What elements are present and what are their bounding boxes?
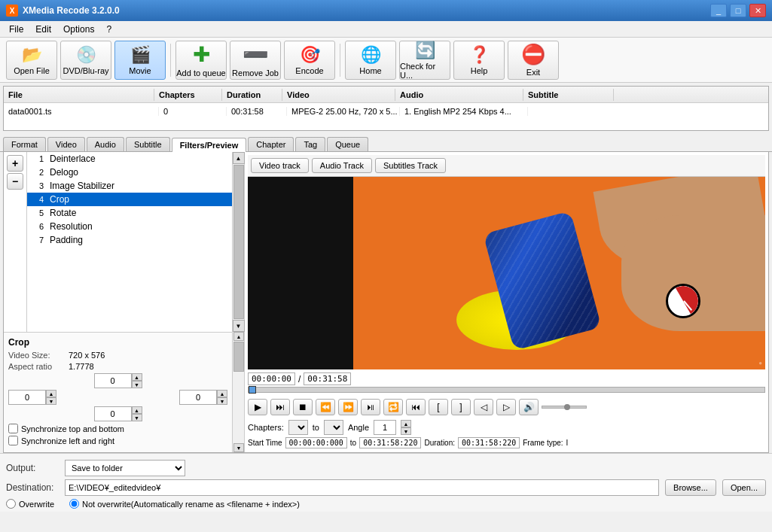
- loop-button[interactable]: 🔁: [383, 399, 403, 415]
- top-spin-down[interactable]: ▼: [132, 381, 142, 388]
- app-title: XMedia Recode 3.2.0.0: [23, 5, 120, 16]
- overwrite-radio[interactable]: [6, 499, 16, 509]
- menu-options[interactable]: Options: [57, 23, 100, 36]
- prop-scroll-thumb[interactable]: [233, 342, 244, 372]
- tab-format[interactable]: Format: [3, 137, 46, 151]
- filter-item-rotate[interactable]: 5 Rotate: [27, 206, 232, 220]
- filter-item-deinterlace[interactable]: 1 Deinterlace: [27, 152, 232, 166]
- add-filter-button[interactable]: +: [7, 155, 23, 172]
- tab-video[interactable]: Video: [47, 137, 85, 151]
- filter-scrollbar[interactable]: ▲ ▼: [232, 152, 244, 332]
- dvd-bluray-button[interactable]: 💿 DVD/Blu-ray: [60, 41, 111, 80]
- chapter-to-select[interactable]: [324, 420, 343, 435]
- go-to-start[interactable]: ⏮: [406, 399, 426, 415]
- prev-marker[interactable]: ◁: [474, 399, 493, 415]
- menu-file[interactable]: File: [3, 23, 29, 36]
- next-marker[interactable]: ▷: [496, 399, 516, 415]
- window-controls: _ □ ✕: [710, 4, 766, 17]
- tab-filters-preview[interactable]: Filters/Preview: [172, 138, 247, 152]
- right-input[interactable]: [179, 390, 217, 405]
- prop-scroll-down[interactable]: ▼: [233, 443, 244, 452]
- home-label: Home: [359, 66, 381, 75]
- scroll-down-arrow[interactable]: ▼: [233, 320, 245, 332]
- filter-item-delogo[interactable]: 2 Delogo: [27, 166, 232, 179]
- destination-input[interactable]: [65, 479, 659, 496]
- check-updates-button[interactable]: 🔄 Check for U...: [399, 41, 450, 80]
- track-buttons-row: Video track Audio Track Subtitles Track: [248, 155, 765, 177]
- cell-filename: data0001.ts: [8, 107, 159, 116]
- progress-bar[interactable]: [248, 387, 765, 393]
- bottom-spin-down[interactable]: ▼: [132, 414, 142, 421]
- bottom-spin-up[interactable]: ▲: [132, 406, 142, 414]
- add-queue-button[interactable]: ✚ Add to queue: [175, 41, 227, 80]
- frame-type-label: Frame type:: [523, 439, 563, 447]
- menu-help[interactable]: ?: [100, 23, 117, 36]
- mark-out[interactable]: ]: [451, 399, 471, 415]
- stop-button[interactable]: ⏹: [293, 399, 313, 415]
- exit-button[interactable]: ⛔ Exit: [508, 41, 559, 80]
- filter-item-crop[interactable]: 4 Crop: [27, 193, 232, 206]
- filter-num-2: 2: [32, 168, 44, 177]
- file-row[interactable]: data0001.ts 0 00:31:58 MPEG-2 25.00 Hz, …: [4, 103, 768, 120]
- total-time-display: 00:31:58: [304, 372, 351, 385]
- minimize-button[interactable]: _: [710, 4, 727, 17]
- angle-spin-down[interactable]: ▼: [401, 427, 411, 435]
- maximize-button[interactable]: □: [730, 4, 746, 17]
- tab-audio[interactable]: Audio: [87, 137, 124, 151]
- tab-subtitle[interactable]: Subtitle: [126, 137, 170, 151]
- left-spin-up[interactable]: ▲: [46, 390, 56, 397]
- frame-step-forward[interactable]: ⏯: [361, 399, 380, 415]
- play-button[interactable]: ▶: [248, 399, 267, 415]
- not-overwrite-radio[interactable]: [69, 499, 79, 509]
- progress-area: 00:00:00 / 00:31:58: [248, 372, 765, 393]
- volume-button[interactable]: 🔊: [519, 399, 539, 415]
- audio-track-button[interactable]: Audio Track: [312, 158, 372, 173]
- timer-red-segment: [676, 284, 700, 314]
- chapter-from-select[interactable]: [288, 420, 308, 435]
- filter-item-padding[interactable]: 7 Padding: [27, 233, 232, 247]
- top-input[interactable]: [94, 373, 132, 388]
- chapters-to-label: to: [313, 423, 319, 432]
- close-button[interactable]: ✕: [749, 4, 766, 17]
- output-select[interactable]: Save to folder: [65, 460, 185, 476]
- volume-thumb[interactable]: [564, 404, 570, 410]
- filter-item-resolution[interactable]: 6 Resolution: [27, 220, 232, 233]
- next-frame-button[interactable]: ⏭: [270, 399, 290, 415]
- help-button[interactable]: ❓ Help: [453, 41, 505, 80]
- scroll-up-arrow[interactable]: ▲: [233, 152, 245, 164]
- home-button[interactable]: 🌐 Home: [345, 41, 396, 80]
- right-spin-down[interactable]: ▼: [217, 397, 227, 405]
- sync-left-right-checkbox[interactable]: [8, 436, 18, 445]
- open-file-button[interactable]: 📂 Open File: [6, 41, 57, 80]
- right-spin-up[interactable]: ▲: [217, 390, 227, 397]
- movie-button[interactable]: 🎬 Movie: [114, 41, 166, 80]
- volume-slider[interactable]: [542, 406, 587, 409]
- menu-edit[interactable]: Edit: [29, 23, 57, 36]
- bottom-input[interactable]: [94, 406, 132, 421]
- mark-in[interactable]: [: [429, 399, 448, 415]
- prop-scroll-up[interactable]: ▲: [233, 332, 244, 341]
- progress-thumb[interactable]: [249, 386, 256, 394]
- properties-scrollbar[interactable]: ▲ ▼: [232, 332, 244, 452]
- scroll-thumb[interactable]: [233, 165, 244, 319]
- sync-top-bottom-checkbox[interactable]: [8, 424, 18, 433]
- angle-input[interactable]: [374, 420, 396, 435]
- encode-button[interactable]: 🎯 Encode: [284, 41, 335, 80]
- left-input[interactable]: [8, 390, 46, 405]
- tab-tag[interactable]: Tag: [295, 137, 325, 151]
- video-track-button[interactable]: Video track: [251, 158, 309, 173]
- subtitles-track-button[interactable]: Subtitles Track: [375, 158, 446, 173]
- rewind-button[interactable]: ⏪: [316, 399, 335, 415]
- filter-item-stabilizer[interactable]: 3 Image Stabilizer: [27, 179, 232, 193]
- fast-forward-button[interactable]: ⏩: [338, 399, 358, 415]
- remove-filter-button[interactable]: −: [7, 173, 23, 190]
- tab-chapter[interactable]: Chapter: [248, 137, 294, 151]
- remove-job-button[interactable]: ➖ Remove Job: [230, 41, 281, 80]
- open-button[interactable]: Open...: [722, 479, 766, 496]
- filter-num-3: 3: [32, 181, 44, 190]
- left-spin-down[interactable]: ▼: [46, 397, 56, 405]
- top-spin-up[interactable]: ▲: [132, 373, 142, 381]
- angle-spin-up[interactable]: ▲: [401, 420, 411, 427]
- browse-button[interactable]: Browse...: [665, 479, 716, 496]
- tab-queue[interactable]: Queue: [327, 137, 368, 151]
